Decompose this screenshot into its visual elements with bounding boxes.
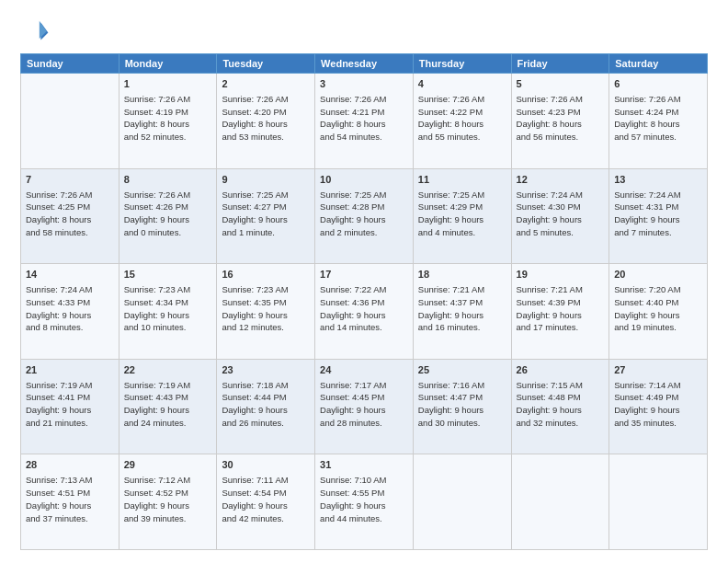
calendar-cell [609,454,708,550]
day-number: 21 [26,363,114,378]
day-number: 2 [222,77,310,92]
calendar-cell: 19Sunrise: 7:21 AMSunset: 4:39 PMDayligh… [511,264,609,360]
day-number: 29 [124,458,212,473]
week-row-4: 21Sunrise: 7:19 AMSunset: 4:41 PMDayligh… [21,359,708,454]
calendar-cell: 21Sunrise: 7:19 AMSunset: 4:41 PMDayligh… [21,359,119,454]
day-number: 6 [614,77,702,92]
header-day-friday: Friday [511,54,609,74]
calendar-cell [413,454,511,550]
calendar-cell: 24Sunrise: 7:17 AMSunset: 4:45 PMDayligh… [315,359,414,454]
calendar-cell: 18Sunrise: 7:21 AMSunset: 4:37 PMDayligh… [413,264,511,360]
week-row-5: 28Sunrise: 7:13 AMSunset: 4:51 PMDayligh… [21,454,708,550]
week-row-3: 14Sunrise: 7:24 AMSunset: 4:33 PMDayligh… [21,264,708,360]
day-number: 13 [614,173,702,188]
day-number: 11 [418,173,506,188]
calendar-cell [21,74,119,169]
calendar-cell: 6Sunrise: 7:26 AMSunset: 4:24 PMDaylight… [609,74,708,169]
day-number: 26 [517,363,605,378]
header-day-sunday: Sunday [21,54,119,74]
calendar-cell: 29Sunrise: 7:12 AMSunset: 4:52 PMDayligh… [119,454,217,550]
calendar-table: SundayMondayTuesdayWednesdayThursdayFrid… [20,53,708,550]
day-number: 17 [320,268,408,282]
header-row: SundayMondayTuesdayWednesdayThursdayFrid… [21,54,708,74]
calendar-cell: 26Sunrise: 7:15 AMSunset: 4:48 PMDayligh… [511,359,609,454]
day-number: 12 [517,173,605,188]
calendar-cell: 15Sunrise: 7:23 AMSunset: 4:34 PMDayligh… [119,264,217,360]
day-number: 19 [517,268,605,282]
day-number: 14 [26,268,114,282]
calendar-cell: 20Sunrise: 7:20 AMSunset: 4:40 PMDayligh… [609,264,708,360]
calendar-cell: 8Sunrise: 7:26 AMSunset: 4:26 PMDaylight… [119,168,217,264]
day-number: 4 [418,77,506,92]
day-number: 27 [614,363,702,378]
day-number: 28 [26,458,114,473]
calendar-cell: 9Sunrise: 7:25 AMSunset: 4:27 PMDaylight… [217,168,315,264]
header-day-tuesday: Tuesday [217,54,315,74]
day-number: 1 [124,77,212,92]
calendar-cell: 27Sunrise: 7:14 AMSunset: 4:49 PMDayligh… [609,359,708,454]
calendar-cell: 30Sunrise: 7:11 AMSunset: 4:54 PMDayligh… [217,454,315,550]
calendar-cell: 1Sunrise: 7:26 AMSunset: 4:19 PMDaylight… [119,74,217,169]
day-number: 22 [124,363,212,378]
calendar-cell: 28Sunrise: 7:13 AMSunset: 4:51 PMDayligh… [21,454,119,550]
week-row-2: 7Sunrise: 7:26 AMSunset: 4:25 PMDaylight… [21,168,708,264]
calendar-cell: 4Sunrise: 7:26 AMSunset: 4:22 PMDaylight… [413,74,511,169]
calendar-cell: 3Sunrise: 7:26 AMSunset: 4:21 PMDaylight… [315,74,414,169]
header-day-wednesday: Wednesday [315,54,414,74]
day-number: 20 [614,268,702,282]
calendar-cell [511,454,609,550]
header [20,17,708,46]
page: SundayMondayTuesdayWednesdayThursdayFrid… [0,0,728,563]
header-day-monday: Monday [119,54,217,74]
day-number: 5 [517,77,605,92]
day-number: 9 [222,173,310,188]
day-number: 23 [222,363,310,378]
day-number: 31 [320,458,408,473]
header-day-thursday: Thursday [413,54,511,74]
day-number: 3 [320,77,408,92]
calendar-cell: 31Sunrise: 7:10 AMSunset: 4:55 PMDayligh… [315,454,414,550]
logo [20,17,53,46]
day-number: 15 [124,268,212,282]
calendar-cell: 13Sunrise: 7:24 AMSunset: 4:31 PMDayligh… [609,168,708,264]
calendar-cell: 2Sunrise: 7:26 AMSunset: 4:20 PMDaylight… [217,74,315,169]
day-number: 25 [418,363,506,378]
day-number: 10 [320,173,408,188]
day-number: 7 [26,173,114,188]
day-number: 24 [320,363,408,378]
week-row-1: 1Sunrise: 7:26 AMSunset: 4:19 PMDaylight… [21,74,708,169]
calendar-cell: 7Sunrise: 7:26 AMSunset: 4:25 PMDaylight… [21,168,119,264]
day-number: 18 [418,268,506,282]
calendar-cell: 23Sunrise: 7:18 AMSunset: 4:44 PMDayligh… [217,359,315,454]
calendar-cell: 12Sunrise: 7:24 AMSunset: 4:30 PMDayligh… [511,168,609,264]
calendar-cell: 16Sunrise: 7:23 AMSunset: 4:35 PMDayligh… [217,264,315,360]
calendar-cell: 11Sunrise: 7:25 AMSunset: 4:29 PMDayligh… [413,168,511,264]
calendar-cell: 25Sunrise: 7:16 AMSunset: 4:47 PMDayligh… [413,359,511,454]
calendar-cell: 17Sunrise: 7:22 AMSunset: 4:36 PMDayligh… [315,264,414,360]
logo-icon [20,17,50,46]
calendar-cell: 5Sunrise: 7:26 AMSunset: 4:23 PMDaylight… [511,74,609,169]
header-day-saturday: Saturday [609,54,708,74]
day-number: 8 [124,173,212,188]
day-number: 30 [222,458,310,473]
calendar-cell: 10Sunrise: 7:25 AMSunset: 4:28 PMDayligh… [315,168,414,264]
calendar-cell: 22Sunrise: 7:19 AMSunset: 4:43 PMDayligh… [119,359,217,454]
calendar-cell: 14Sunrise: 7:24 AMSunset: 4:33 PMDayligh… [21,264,119,360]
day-number: 16 [222,268,310,282]
